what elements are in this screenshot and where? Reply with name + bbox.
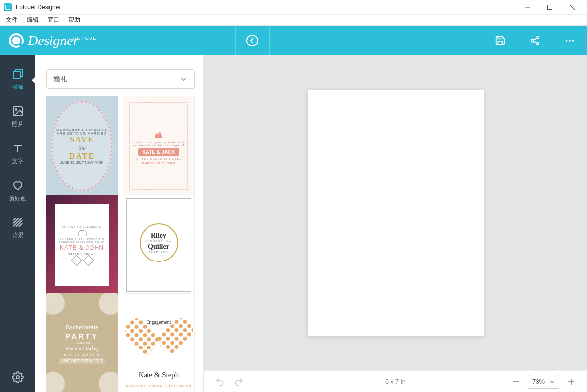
template-grid: MARGARET & NICHOLASARE GETTING MARRIED S… xyxy=(46,96,195,392)
rail-clipart[interactable]: 剪贴画 xyxy=(0,173,35,210)
svg-point-5 xyxy=(537,36,539,39)
template-text: KATE & JOHN xyxy=(60,244,104,251)
template-text: Riley xyxy=(151,232,166,240)
template-item[interactable]: the honor of your presence isrequested a… xyxy=(123,96,195,196)
template-text: SATURDAY | AUGUST | 18 | 3:00 PM xyxy=(123,384,194,387)
svg-point-4 xyxy=(247,35,258,46)
canvas-viewport[interactable] xyxy=(204,55,587,370)
canvas-dimensions: 5 x 7 in xyxy=(385,378,406,385)
svg-line-8 xyxy=(534,38,537,40)
save-button[interactable] xyxy=(483,26,518,55)
rail-text[interactable]: 文字 xyxy=(0,135,35,173)
rail-settings[interactable] xyxy=(0,362,35,392)
svg-rect-13 xyxy=(13,71,20,78)
category-label: 婚礼 xyxy=(53,75,67,84)
rail-clipart-label: 剪贴画 xyxy=(9,194,27,203)
menu-window[interactable]: 窗口 xyxy=(44,15,63,25)
svg-point-11 xyxy=(569,40,571,42)
menu-help[interactable]: 帮助 xyxy=(64,15,84,25)
caret-down-icon xyxy=(550,379,555,384)
menu-edit[interactable]: 编辑 xyxy=(23,15,43,25)
template-text: TO HONOR xyxy=(74,341,90,344)
canvas-page[interactable] xyxy=(308,90,484,336)
rail-photos[interactable]: 照片 xyxy=(0,98,35,135)
logo[interactable]: Designer FOTOJET xyxy=(9,33,79,48)
rail-text-label: 文字 xyxy=(12,157,24,166)
chevron-down-icon xyxy=(180,76,187,83)
logo-icon xyxy=(9,33,24,48)
rail-templates-label: 模板 xyxy=(12,83,24,91)
template-text: PARTY xyxy=(65,332,98,340)
template-text: Engagement xyxy=(145,319,173,325)
canvas-area: 5 x 7 in 73% xyxy=(203,55,587,392)
template-text: DATE xyxy=(69,152,95,161)
app-icon xyxy=(4,3,12,11)
rail-background-label: 背景 xyxy=(12,231,24,240)
template-text: Kate & Steph xyxy=(123,371,194,379)
template-text: SAVE xyxy=(70,135,94,144)
statusbar: 5 x 7 in 73% xyxy=(204,370,587,392)
template-text: Quiller xyxy=(148,243,169,251)
template-item[interactable]: MARGARET & NICHOLASARE GETTING MARRIED S… xyxy=(46,96,118,196)
template-text: STERLING xyxy=(148,251,169,254)
svg-point-7 xyxy=(537,43,539,45)
template-item[interactable]: Bachelorette PARTY TO HONOR Jessica Harl… xyxy=(46,293,118,392)
sidebar-rail: 模板 照片 文字 剪贴画 背景 xyxy=(0,55,35,392)
zoom-out-button[interactable] xyxy=(509,375,523,389)
maximize-button[interactable] xyxy=(538,0,561,15)
menubar: 文件 编辑 窗口 帮助 xyxy=(0,15,587,26)
svg-point-10 xyxy=(566,40,568,42)
arch-icon xyxy=(77,229,87,236)
template-text: GREEN & BROWN xyxy=(68,253,96,256)
couple-icon xyxy=(151,128,166,139)
rail-photos-label: 照片 xyxy=(12,120,24,129)
zoom-in-button[interactable] xyxy=(564,375,578,389)
template-text: MARCH 21 2:00PM xyxy=(142,162,175,165)
menu-file[interactable]: 文件 xyxy=(2,15,22,25)
svg-point-15 xyxy=(15,109,17,110)
template-item[interactable]: Riley LONGFELLOW Quiller STERLING xyxy=(123,195,195,295)
window-title: FotoJet Designer xyxy=(16,4,61,11)
template-text: the xyxy=(78,144,86,152)
template-text: JUNE 25, 2017 NEW YORK xyxy=(60,161,103,164)
redo-button[interactable] xyxy=(232,375,245,389)
template-panel: 婚礼 MARGARET & NICHOLASARE GETTING MARRIE… xyxy=(35,55,203,392)
svg-rect-1 xyxy=(547,5,552,9)
template-text: BLUEDREAM CLUB xyxy=(62,353,101,357)
rail-background[interactable]: 背景 xyxy=(0,210,35,247)
titlebar: FotoJet Designer xyxy=(0,0,587,15)
logo-text: Designer xyxy=(28,33,79,48)
template-item[interactable]: Engagement Kate & Steph SATURDAY | AUGUS… xyxy=(123,293,195,392)
logo-subtext: FOTOJET xyxy=(73,36,100,41)
zoom-value: 73% xyxy=(532,378,545,385)
minimize-button[interactable] xyxy=(516,0,538,15)
category-dropdown[interactable]: 婚礼 xyxy=(46,69,195,89)
template-text: AT THE CENTURY HOTEL xyxy=(136,157,182,160)
main: 模板 照片 文字 剪贴画 背景 婚礼 xyxy=(0,55,587,392)
template-text: KATE & JACK xyxy=(138,148,179,156)
template-text: Bachelorette xyxy=(66,323,98,331)
close-button[interactable] xyxy=(561,0,583,15)
template-text: Jessica Harley xyxy=(65,345,99,352)
rail-templates[interactable]: 模板 xyxy=(0,61,35,98)
svg-line-9 xyxy=(534,41,537,43)
undo-button[interactable] xyxy=(213,375,227,389)
template-item[interactable]: JOIN US TO CELEBRATE the honor of your p… xyxy=(46,195,118,295)
more-button[interactable] xyxy=(552,26,587,55)
template-text: AUGUST 28TH 2017 xyxy=(59,358,104,364)
svg-point-12 xyxy=(572,40,574,42)
header: Designer FOTOJET xyxy=(0,26,587,55)
share-button[interactable] xyxy=(518,26,552,55)
svg-point-6 xyxy=(531,39,534,42)
back-button[interactable] xyxy=(235,26,270,55)
zoom-select[interactable]: 73% xyxy=(528,375,559,389)
svg-point-16 xyxy=(16,376,19,379)
